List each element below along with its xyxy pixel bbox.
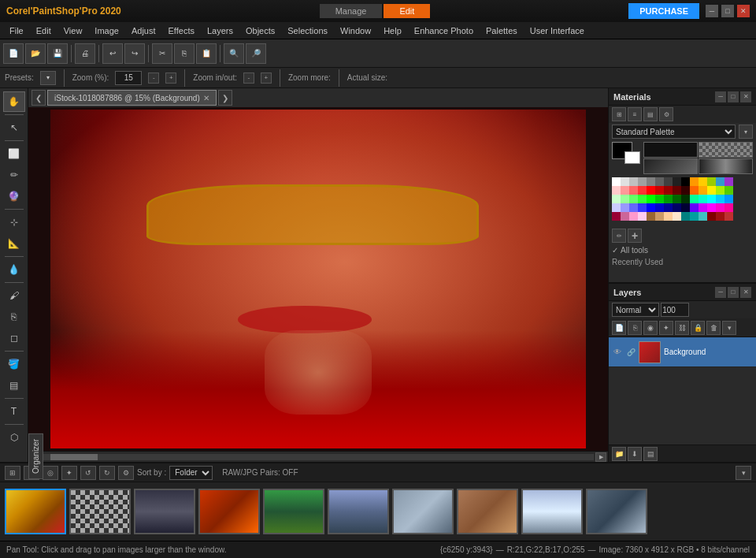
mat-settings-btn[interactable]: ⚙ [659,107,673,121]
save-button[interactable]: 💾 [47,43,68,64]
color-cell[interactable] [638,186,647,195]
lock-button[interactable]: 🔒 [691,321,705,335]
thumbnail-item[interactable] [392,489,454,534]
straighten-tool[interactable]: 📐 [3,233,25,254]
crop-tool[interactable]: ⊹ [3,212,25,232]
color-white[interactable] [612,177,621,186]
copy-button[interactable]: ⎘ [174,43,195,64]
color-cell[interactable] [673,195,681,203]
color-cell[interactable] [612,186,621,195]
mat-swatch-2[interactable] [699,142,753,158]
color-yellow[interactable] [699,177,707,186]
thumbnail-item[interactable] [5,489,66,534]
shape-tool[interactable]: ⬡ [3,427,25,448]
fill-tool[interactable]: 🪣 [3,354,25,374]
thumbnail-item[interactable] [586,489,647,534]
color-cell[interactable] [612,203,621,212]
purchase-button[interactable]: PURCHASE [628,3,699,19]
add-tool-btn[interactable]: + [628,229,642,243]
duplicate-layer-button[interactable]: ⎘ [628,321,642,335]
pick-tool[interactable]: ↖ [3,117,25,138]
delete-layer-button[interactable]: 🗑 [706,321,721,335]
scrollbar-thumb[interactable] [50,454,98,460]
color-cell[interactable] [724,212,733,221]
redo-button[interactable]: ↪ [124,43,145,64]
color-cell[interactable] [638,195,647,203]
color-cell[interactable] [621,212,629,221]
color-cell[interactable] [655,203,664,212]
color-cell[interactable] [621,203,629,212]
link-layers-button[interactable]: ⛓ [675,321,689,335]
color-cell[interactable] [638,177,647,186]
color-cell[interactable] [664,186,673,195]
menu-image[interactable]: Image [88,24,125,37]
menu-palettes[interactable]: Palettes [480,24,524,37]
color-cell[interactable] [716,195,724,203]
color-cell[interactable] [655,195,664,203]
background-swatch[interactable] [624,151,640,164]
color-cell[interactable] [716,212,724,221]
color-cell[interactable] [707,177,716,186]
horizontal-scrollbar[interactable]: ◀ ▶ [28,451,608,462]
color-cell[interactable] [673,203,681,212]
thumbnail-item[interactable] [457,489,518,534]
color-cell[interactable] [699,195,707,203]
scroll-right-button[interactable]: ▶ [595,452,606,462]
materials-minimize-button[interactable]: ─ [715,91,726,102]
close-button[interactable]: ✕ [737,5,750,17]
zoom-input[interactable] [115,71,142,85]
color-cell[interactable] [664,177,673,186]
color-cell[interactable] [673,177,681,186]
thumbnail-item[interactable] [328,489,389,534]
new-group-button[interactable]: 📁 [612,447,626,461]
color-cell[interactable] [724,195,733,203]
color-cell[interactable] [647,177,655,186]
color-cell[interactable] [716,203,724,212]
color-purple[interactable] [699,203,707,212]
color-cell[interactable] [716,186,724,195]
color-brown[interactable] [647,212,655,221]
color-cell[interactable] [621,186,629,195]
menu-enhance-photo[interactable]: Enhance Photo [408,24,480,37]
tab-manage[interactable]: Manage [320,4,383,18]
maximize-button[interactable]: □ [721,5,734,17]
color-cell[interactable] [681,203,690,212]
mat-swatch-3[interactable] [643,158,698,174]
color-orange2[interactable] [690,186,699,195]
eraser-tool[interactable]: ◻ [3,328,25,348]
thumbnail-item[interactable] [198,489,260,534]
color-cell[interactable] [673,212,681,221]
color-cell[interactable] [681,186,690,195]
layers-close-button[interactable]: ✕ [740,287,751,298]
color-blue[interactable] [647,203,655,212]
paste-button[interactable]: 📋 [196,43,217,64]
strip-rotate-btn[interactable]: ↺ [80,466,96,480]
strip-collapse-button[interactable]: ▾ [736,466,751,480]
color-cell[interactable] [690,212,699,221]
new-layer-button[interactable]: 📄 [612,321,626,335]
zoom-increase-button[interactable]: + [165,73,176,84]
clone-tool[interactable]: ⎘ [3,307,25,327]
color-cell[interactable] [612,212,621,221]
undo-button[interactable]: ↩ [102,43,123,64]
color-cell[interactable] [707,186,716,195]
layers-minimize-button[interactable]: ─ [715,287,726,298]
menu-objects[interactable]: Objects [239,24,281,37]
color-cell[interactable] [629,195,638,203]
paint-brush-tool[interactable]: 🖌 [3,285,25,306]
color-cell[interactable] [629,203,638,212]
materials-float-button[interactable]: □ [728,91,739,102]
color-cell[interactable] [681,195,690,203]
color-cell[interactable] [655,212,664,221]
color-cell[interactable] [621,195,629,203]
menu-layers[interactable]: Layers [201,24,239,37]
color-cell[interactable] [699,186,707,195]
menu-selections[interactable]: Selections [281,24,334,37]
color-cell[interactable] [638,212,647,221]
menu-file[interactable]: File [3,24,30,37]
canvas-tab[interactable]: iStock-1018087886 @ 15% (Background) ✕ [47,90,217,106]
menu-user-interface[interactable]: User Interface [524,24,591,37]
palette-select[interactable]: Standard Palette [612,125,736,139]
mat-view-btn-3[interactable]: ▤ [643,107,658,121]
strip-view-btn-3[interactable]: ◎ [43,466,58,480]
